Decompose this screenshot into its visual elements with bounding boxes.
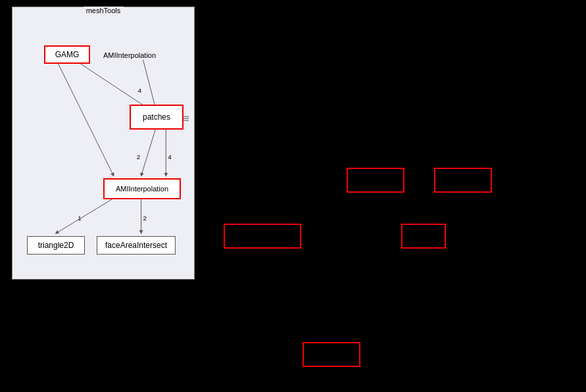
external-box-2 — [434, 168, 492, 193]
svg-text:4: 4 — [138, 87, 142, 94]
triangle2d-label: triangle2D — [38, 241, 74, 250]
svg-text:2: 2 — [143, 214, 147, 222]
mesh-tools-label: meshTools — [84, 7, 124, 14]
svg-text:2: 2 — [137, 153, 141, 160]
ami-label-top: AMIInterpolation — [103, 51, 156, 59]
svg-text:1: 1 — [78, 214, 82, 222]
patches-label: patches — [143, 112, 170, 122]
svg-line-1 — [143, 60, 156, 108]
svg-line-3 — [141, 129, 156, 176]
external-box-4 — [401, 224, 446, 249]
external-box-1 — [347, 168, 404, 193]
external-box-5 — [303, 342, 360, 367]
face-area-intersect-box: faceAreaIntersect — [97, 236, 176, 255]
svg-text:4: 4 — [168, 153, 172, 160]
svg-line-10 — [56, 198, 114, 233]
ami-mid-box: AMIInterpolation — [103, 178, 181, 199]
gamg-box: GAMG — [44, 45, 90, 64]
face-area-intersect-label: faceAreaIntersect — [105, 241, 167, 250]
ami-mid-label: AMIInterpolation — [116, 185, 168, 193]
mesh-tools-container: meshTools 4 2 4 2 1 — [12, 7, 195, 280]
external-box-3 — [224, 224, 301, 249]
gamg-label: GAMG — [55, 50, 80, 59]
patches-box: patches — [130, 105, 183, 130]
svg-line-7 — [58, 64, 113, 176]
triangle2d-box: triangle2D — [27, 236, 85, 255]
